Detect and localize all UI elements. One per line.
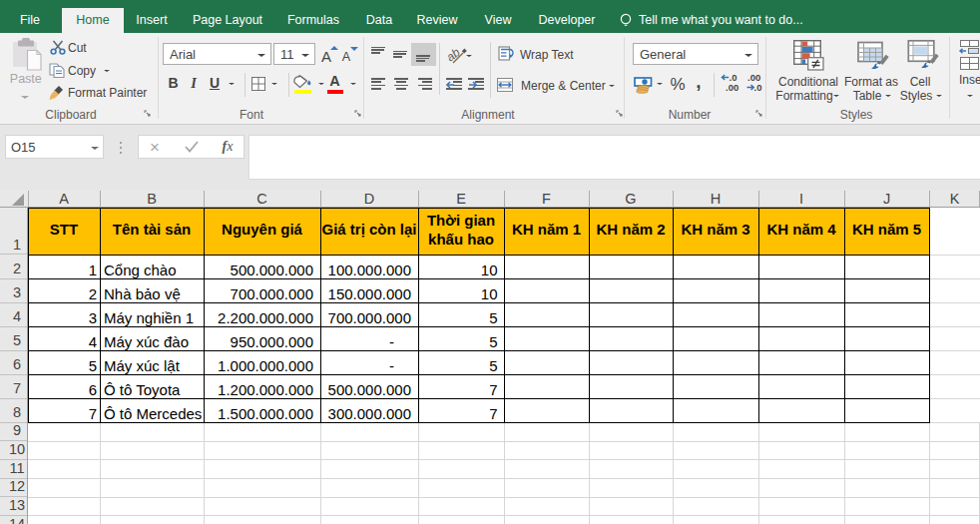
svg-text:.00: .00 bbox=[726, 82, 738, 93]
svg-text:.0: .0 bbox=[754, 82, 762, 93]
